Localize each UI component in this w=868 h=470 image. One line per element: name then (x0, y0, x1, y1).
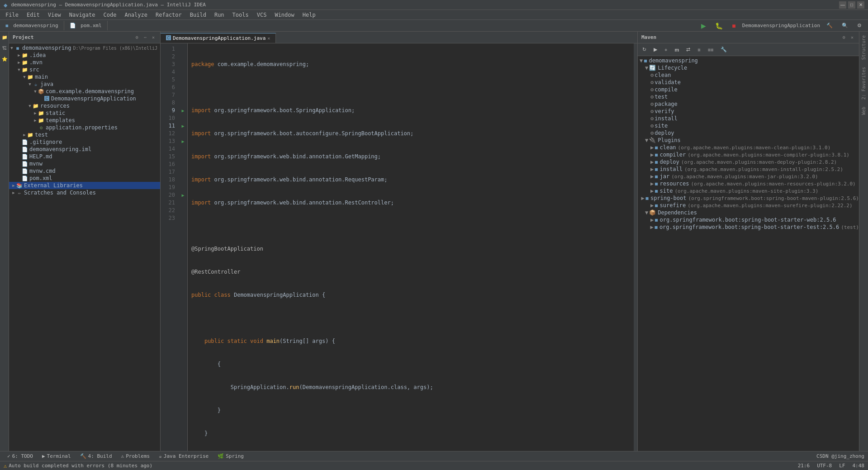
maven-plugins-group[interactable]: ▼ 🔌 Plugins (638, 137, 859, 144)
maven-plugin-jar[interactable]: ▶ ◼ jar (org.apache.maven.plugins:maven-… (638, 173, 859, 180)
tree-src[interactable]: ▼ 📁 src (9, 66, 160, 73)
tab-todo[interactable]: ✓ 6: TODO (4, 452, 37, 460)
vtab-favorites[interactable]: 2: Favorites (860, 63, 867, 103)
tree-java[interactable]: ▼ ☕ java (9, 81, 160, 88)
menu-analyze[interactable]: Analyze (121, 11, 151, 19)
maven-plugin-compiler[interactable]: ▶ ◼ compiler (org.apache.maven.plugins:m… (638, 151, 859, 158)
debug-button[interactable]: 🐛 (712, 21, 726, 30)
structure-icon-btn[interactable]: 🏗 (1, 44, 8, 52)
code-content[interactable]: package com.example.demomavenspring; imp… (188, 43, 634, 451)
maven-install[interactable]: ⚙ install (638, 115, 859, 122)
tab-build[interactable]: 🔨 4: Build (76, 452, 116, 460)
maven-filter-btn[interactable]: ≡ (695, 46, 703, 53)
tab-spring[interactable]: 🌿 Spring (214, 452, 247, 460)
tree-mvnw[interactable]: ▶ 📄 mvnw (9, 160, 160, 167)
tree-helpmd[interactable]: ▶ 📄 HELP.md (9, 153, 160, 160)
maven-wrench-btn[interactable]: 🔧 (718, 46, 730, 53)
search-button[interactable]: 🔍 (839, 22, 851, 29)
maven-validate[interactable]: ⚙ validate (638, 79, 859, 86)
vtab-structure[interactable]: Structure (860, 32, 867, 63)
maven-reload-btn[interactable]: ↻ (640, 46, 649, 53)
minimize-button[interactable]: — (839, 1, 846, 9)
project-icon-btn[interactable]: 📁 (1, 33, 8, 41)
maven-deploy[interactable]: ⚙ deploy (638, 129, 859, 137)
maven-add-btn[interactable]: + (662, 46, 670, 53)
tree-mvnwcmd[interactable]: ▶ 📄 mvnw.cmd (9, 167, 160, 175)
maven-toggle-btn[interactable]: ⇄ (683, 46, 693, 53)
tree-mvn[interactable]: ▶ 📁 .mvn (9, 59, 160, 66)
tree-idea[interactable]: ▶ 📁 .idea (9, 52, 160, 59)
code-line-1: package com.example.demomavenspring; (191, 61, 634, 68)
settings-button[interactable]: ⚙ (854, 22, 864, 29)
tree-main[interactable]: ▼ 📁 main (9, 73, 160, 81)
run-button[interactable]: ▶ (698, 21, 709, 30)
editor-tab-close[interactable]: ✕ (267, 36, 270, 41)
maven-verify[interactable]: ⚙ verify (638, 108, 859, 115)
bookmark-icon-btn[interactable]: ⭐ (1, 55, 8, 62)
maven-plugin-resources[interactable]: ▶ ◼ resources (org.apache.maven.plugins:… (638, 180, 859, 187)
maven-package[interactable]: ⚙ package (638, 100, 859, 108)
tree-scratches[interactable]: ▶ ✏ Scratches and Consoles (9, 189, 160, 196)
menu-refactor[interactable]: Refactor (152, 11, 185, 19)
maven-plugin-surefire[interactable]: ▶ ◼ surefire (org.apache.maven.plugins:m… (638, 202, 859, 209)
maven-m-btn[interactable]: m (672, 46, 682, 53)
panel-close-icon[interactable]: ✕ (150, 34, 157, 41)
maven-plugin-install[interactable]: ▶ ◼ install (org.apache.maven.plugins:ma… (638, 166, 859, 173)
title-bar-controls[interactable]: — □ ✕ (839, 1, 864, 9)
maven-site[interactable]: ⚙ site (638, 122, 859, 129)
panel-gear-icon[interactable]: ⚙ (134, 34, 140, 41)
maximize-button[interactable]: □ (848, 1, 855, 9)
tab-problems[interactable]: ⚠ Problems (118, 452, 154, 460)
tab-java-enterprise[interactable]: ☕ Java Enterprise (155, 452, 212, 460)
panel-settings-icon[interactable]: ⋯ (142, 34, 148, 41)
menu-tools[interactable]: Tools (229, 11, 252, 19)
project-tab-pomxml[interactable]: 📄 pom.xml (64, 21, 108, 30)
menu-run[interactable]: Run (211, 11, 228, 19)
maven-plugin-clean[interactable]: ▶ ◼ clean (org.apache.maven.plugins:mave… (638, 144, 859, 151)
build-button[interactable]: 🔨 (824, 22, 835, 29)
maven-clean[interactable]: ⚙ clean (638, 71, 859, 79)
editor-tab-main[interactable]: 🅲 DemomavenspringApplication.java ✕ (161, 33, 276, 43)
tree-test[interactable]: ▶ 📁 test (9, 131, 160, 138)
menu-view[interactable]: View (44, 11, 65, 19)
stop-button[interactable]: ■ (729, 21, 738, 30)
menu-navigate[interactable]: Navigate (66, 11, 99, 19)
tree-resources[interactable]: ▼ 📁 resources (9, 102, 160, 109)
maven-plugin-springboot[interactable]: ▶ ◼ spring-boot (org.springframework.boo… (638, 195, 859, 202)
maven-lifecycle-group[interactable]: ▼ 🔄 Lifecycle (638, 64, 859, 71)
tree-pomxml[interactable]: ▶ 📄 pom.xml (9, 175, 160, 182)
tree-package[interactable]: ▼ 📦 com.example.demomavenspring (9, 88, 160, 95)
maven-compile[interactable]: ⚙ compile (638, 86, 859, 93)
vtab-web[interactable]: Web (860, 103, 867, 119)
maven-plugin-deploy[interactable]: ▶ ◼ deploy (org.apache.maven.plugins:mav… (638, 158, 859, 166)
maven-close-icon[interactable]: ✕ (849, 34, 855, 41)
tree-gitignore[interactable]: ▶ 📄 .gitignore (9, 138, 160, 146)
maven-dependencies-group[interactable]: ▼ 📦 Dependencies (638, 209, 859, 216)
project-tab-demomavenspring[interactable]: ◼ demomavenspring (0, 21, 64, 30)
maven-dep-test[interactable]: ▶ ◼ org.springframework.boot:spring-boot… (638, 223, 859, 231)
maven-more-btn[interactable]: ≡≡ (705, 46, 716, 53)
maven-test[interactable]: ⚙ test (638, 93, 859, 100)
close-button[interactable]: ✕ (857, 1, 864, 9)
menu-file[interactable]: File (2, 11, 22, 19)
maven-run-btn[interactable]: ▶ (651, 46, 660, 53)
maven-root[interactable]: ▼ ◼ demomavenspring (638, 57, 859, 64)
editor-scrollbar[interactable] (634, 43, 637, 451)
menu-code[interactable]: Code (100, 11, 120, 19)
menu-build[interactable]: Build (186, 11, 210, 19)
tree-appprops[interactable]: ▶ ⚙ application.properties (9, 124, 160, 131)
tree-ext-libraries[interactable]: ▶ 📚 External Libraries (9, 182, 160, 189)
tree-root[interactable]: ▼ ◼ demomavenspring D:\Program Files (x8… (9, 44, 160, 52)
tree-iml[interactable]: ▶ 📄 demomavenspring.iml (9, 146, 160, 153)
tree-static[interactable]: ▶ 📁 static (9, 109, 160, 117)
menu-vcs[interactable]: VCS (253, 11, 270, 19)
menu-edit[interactable]: Edit (23, 11, 43, 19)
tab-terminal[interactable]: ▶ Terminal (38, 452, 75, 460)
maven-settings-icon[interactable]: ⚙ (841, 34, 847, 41)
menu-help[interactable]: Help (299, 11, 319, 19)
maven-plugin-site[interactable]: ▶ ◼ site (org.apache.maven.plugins:maven… (638, 187, 859, 195)
maven-dep-web[interactable]: ▶ ◼ org.springframework.boot:spring-boot… (638, 216, 859, 223)
tree-templates[interactable]: ▶ 📁 templates (9, 117, 160, 124)
tree-main-class[interactable]: ▶ 🅲 DemomavenspringApplication (9, 95, 160, 102)
menu-window[interactable]: Window (271, 11, 298, 19)
